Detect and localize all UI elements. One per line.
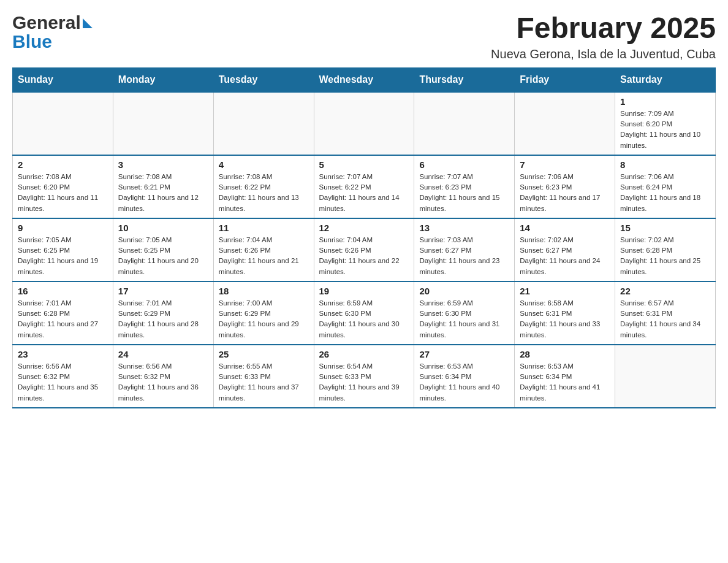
calendar-cell bbox=[213, 92, 314, 155]
calendar-cell: 27Sunrise: 6:53 AMSunset: 6:34 PMDayligh… bbox=[414, 345, 515, 408]
calendar-cell: 16Sunrise: 7:01 AMSunset: 6:28 PMDayligh… bbox=[13, 282, 113, 345]
calendar-cell: 21Sunrise: 6:58 AMSunset: 6:31 PMDayligh… bbox=[515, 282, 615, 345]
calendar-cell bbox=[615, 345, 716, 408]
day-number: 10 bbox=[118, 223, 208, 233]
calendar-week-4: 16Sunrise: 7:01 AMSunset: 6:28 PMDayligh… bbox=[13, 282, 716, 345]
day-number: 6 bbox=[419, 159, 509, 170]
calendar-cell: 24Sunrise: 6:56 AMSunset: 6:32 PMDayligh… bbox=[113, 345, 213, 408]
day-info: Sunrise: 7:08 AMSunset: 6:21 PMDaylight:… bbox=[118, 172, 208, 214]
day-number: 22 bbox=[620, 286, 710, 296]
day-info: Sunrise: 6:59 AMSunset: 6:30 PMDaylight:… bbox=[319, 298, 409, 340]
calendar-table: Sunday Monday Tuesday Wednesday Thursday… bbox=[12, 67, 716, 408]
location-title: Nueva Gerona, Isla de la Juventud, Cuba bbox=[491, 47, 716, 61]
day-number: 28 bbox=[520, 349, 610, 359]
day-info: Sunrise: 7:08 AMSunset: 6:22 PMDaylight:… bbox=[219, 172, 309, 214]
logo-blue-text: Blue bbox=[12, 31, 52, 52]
calendar-cell: 18Sunrise: 7:00 AMSunset: 6:29 PMDayligh… bbox=[213, 282, 314, 345]
calendar-cell: 14Sunrise: 7:02 AMSunset: 6:27 PMDayligh… bbox=[515, 218, 615, 282]
day-info: Sunrise: 7:08 AMSunset: 6:20 PMDaylight:… bbox=[18, 172, 108, 214]
calendar-week-5: 23Sunrise: 6:56 AMSunset: 6:32 PMDayligh… bbox=[13, 345, 716, 408]
month-title: February 2025 bbox=[491, 12, 716, 45]
calendar-cell: 9Sunrise: 7:05 AMSunset: 6:25 PMDaylight… bbox=[13, 218, 113, 282]
calendar-cell: 26Sunrise: 6:54 AMSunset: 6:33 PMDayligh… bbox=[314, 345, 414, 408]
day-info: Sunrise: 7:05 AMSunset: 6:25 PMDaylight:… bbox=[18, 235, 108, 277]
day-number: 12 bbox=[319, 223, 409, 233]
col-header-monday: Monday bbox=[113, 67, 213, 92]
day-info: Sunrise: 6:53 AMSunset: 6:34 PMDaylight:… bbox=[520, 361, 610, 404]
day-info: Sunrise: 6:56 AMSunset: 6:32 PMDaylight:… bbox=[118, 361, 208, 404]
col-header-wednesday: Wednesday bbox=[314, 67, 414, 92]
day-number: 5 bbox=[319, 159, 409, 170]
day-info: Sunrise: 7:00 AMSunset: 6:29 PMDaylight:… bbox=[219, 298, 309, 340]
day-info: Sunrise: 6:59 AMSunset: 6:30 PMDaylight:… bbox=[419, 298, 509, 340]
calendar-cell: 12Sunrise: 7:04 AMSunset: 6:26 PMDayligh… bbox=[314, 218, 414, 282]
calendar-cell: 13Sunrise: 7:03 AMSunset: 6:27 PMDayligh… bbox=[414, 218, 515, 282]
day-number: 13 bbox=[419, 223, 509, 233]
day-info: Sunrise: 7:06 AMSunset: 6:23 PMDaylight:… bbox=[520, 172, 610, 214]
day-info: Sunrise: 7:03 AMSunset: 6:27 PMDaylight:… bbox=[419, 235, 509, 277]
calendar-week-1: 1Sunrise: 7:09 AMSunset: 6:20 PMDaylight… bbox=[13, 92, 716, 155]
day-info: Sunrise: 7:09 AMSunset: 6:20 PMDaylight:… bbox=[620, 109, 710, 151]
day-number: 1 bbox=[620, 96, 710, 107]
calendar-cell: 11Sunrise: 7:04 AMSunset: 6:26 PMDayligh… bbox=[213, 218, 314, 282]
calendar-cell: 19Sunrise: 6:59 AMSunset: 6:30 PMDayligh… bbox=[314, 282, 414, 345]
day-number: 16 bbox=[18, 286, 108, 296]
day-info: Sunrise: 7:04 AMSunset: 6:26 PMDaylight:… bbox=[219, 235, 309, 277]
page-header: General Blue February 2025 Nueva Gerona,… bbox=[12, 12, 716, 61]
day-number: 11 bbox=[219, 223, 309, 233]
day-number: 19 bbox=[319, 286, 409, 296]
day-number: 15 bbox=[620, 223, 710, 233]
logo-general-text: General bbox=[12, 12, 81, 33]
calendar-cell: 25Sunrise: 6:55 AMSunset: 6:33 PMDayligh… bbox=[213, 345, 314, 408]
calendar-cell: 1Sunrise: 7:09 AMSunset: 6:20 PMDaylight… bbox=[615, 92, 716, 155]
day-info: Sunrise: 6:56 AMSunset: 6:32 PMDaylight:… bbox=[18, 361, 108, 404]
calendar-cell: 23Sunrise: 6:56 AMSunset: 6:32 PMDayligh… bbox=[13, 345, 113, 408]
day-info: Sunrise: 6:55 AMSunset: 6:33 PMDaylight:… bbox=[219, 361, 309, 404]
day-number: 4 bbox=[219, 159, 309, 170]
day-info: Sunrise: 7:02 AMSunset: 6:27 PMDaylight:… bbox=[520, 235, 610, 277]
day-number: 8 bbox=[620, 159, 710, 170]
col-header-sunday: Sunday bbox=[13, 67, 113, 92]
calendar-cell bbox=[414, 92, 515, 155]
calendar-cell bbox=[314, 92, 414, 155]
day-info: Sunrise: 7:02 AMSunset: 6:28 PMDaylight:… bbox=[620, 235, 710, 277]
col-header-friday: Friday bbox=[515, 67, 615, 92]
col-header-saturday: Saturday bbox=[615, 67, 716, 92]
day-number: 24 bbox=[118, 349, 208, 359]
day-info: Sunrise: 7:01 AMSunset: 6:29 PMDaylight:… bbox=[118, 298, 208, 340]
calendar-cell bbox=[113, 92, 213, 155]
calendar-cell: 15Sunrise: 7:02 AMSunset: 6:28 PMDayligh… bbox=[615, 218, 716, 282]
day-number: 25 bbox=[219, 349, 309, 359]
calendar-header-row: Sunday Monday Tuesday Wednesday Thursday… bbox=[13, 67, 716, 92]
day-number: 20 bbox=[419, 286, 509, 296]
col-header-tuesday: Tuesday bbox=[213, 67, 314, 92]
day-info: Sunrise: 7:01 AMSunset: 6:28 PMDaylight:… bbox=[18, 298, 108, 340]
title-section: February 2025 Nueva Gerona, Isla de la J… bbox=[491, 12, 716, 61]
calendar-cell: 2Sunrise: 7:08 AMSunset: 6:20 PMDaylight… bbox=[13, 155, 113, 218]
calendar-cell: 20Sunrise: 6:59 AMSunset: 6:30 PMDayligh… bbox=[414, 282, 515, 345]
day-number: 17 bbox=[118, 286, 208, 296]
day-number: 27 bbox=[419, 349, 509, 359]
col-header-thursday: Thursday bbox=[414, 67, 515, 92]
day-number: 7 bbox=[520, 159, 610, 170]
day-number: 23 bbox=[18, 349, 108, 359]
day-info: Sunrise: 7:07 AMSunset: 6:23 PMDaylight:… bbox=[419, 172, 509, 214]
day-info: Sunrise: 7:07 AMSunset: 6:22 PMDaylight:… bbox=[319, 172, 409, 214]
calendar-cell: 7Sunrise: 7:06 AMSunset: 6:23 PMDaylight… bbox=[515, 155, 615, 218]
calendar-cell: 3Sunrise: 7:08 AMSunset: 6:21 PMDaylight… bbox=[113, 155, 213, 218]
day-number: 26 bbox=[319, 349, 409, 359]
calendar-cell: 4Sunrise: 7:08 AMSunset: 6:22 PMDaylight… bbox=[213, 155, 314, 218]
calendar-cell: 22Sunrise: 6:57 AMSunset: 6:31 PMDayligh… bbox=[615, 282, 716, 345]
day-info: Sunrise: 6:53 AMSunset: 6:34 PMDaylight:… bbox=[419, 361, 509, 404]
day-number: 2 bbox=[18, 159, 108, 170]
day-number: 14 bbox=[520, 223, 610, 233]
calendar-cell bbox=[515, 92, 615, 155]
day-number: 9 bbox=[18, 223, 108, 233]
calendar-cell bbox=[13, 92, 113, 155]
day-info: Sunrise: 6:57 AMSunset: 6:31 PMDaylight:… bbox=[620, 298, 710, 340]
calendar-cell: 6Sunrise: 7:07 AMSunset: 6:23 PMDaylight… bbox=[414, 155, 515, 218]
logo: General Blue bbox=[12, 12, 93, 52]
calendar-cell: 5Sunrise: 7:07 AMSunset: 6:22 PMDaylight… bbox=[314, 155, 414, 218]
day-number: 3 bbox=[118, 159, 208, 170]
day-number: 21 bbox=[520, 286, 610, 296]
